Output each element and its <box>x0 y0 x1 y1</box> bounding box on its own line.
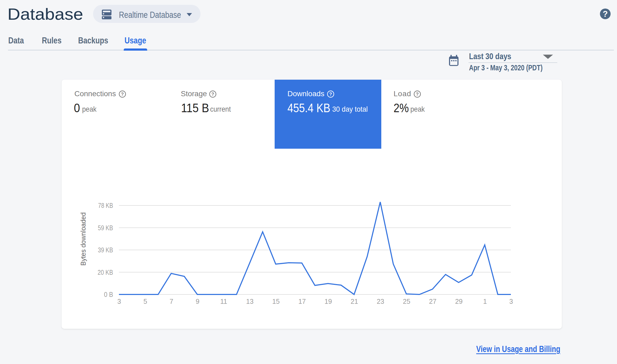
svg-text:27: 27 <box>429 298 436 305</box>
svg-text:29: 29 <box>455 298 463 305</box>
svg-text:Bytes downloaded: Bytes downloaded <box>79 212 87 266</box>
svg-text:7: 7 <box>170 298 173 305</box>
svg-text:0 B: 0 B <box>104 291 113 298</box>
svg-text:9: 9 <box>196 298 199 305</box>
svg-text:15: 15 <box>272 298 280 305</box>
svg-text:21: 21 <box>351 298 358 305</box>
svg-text:78 KB: 78 KB <box>98 202 113 209</box>
svg-text:1: 1 <box>483 298 487 305</box>
svg-text:25: 25 <box>403 298 410 305</box>
svg-text:17: 17 <box>298 298 306 305</box>
svg-text:19: 19 <box>324 298 332 305</box>
svg-text:3: 3 <box>117 298 121 305</box>
svg-text:3: 3 <box>509 298 513 305</box>
svg-text:5: 5 <box>143 298 147 305</box>
svg-text:11: 11 <box>220 298 227 305</box>
svg-text:39 KB: 39 KB <box>98 246 113 254</box>
svg-text:59 KB: 59 KB <box>98 224 113 232</box>
svg-text:13: 13 <box>246 298 254 305</box>
svg-text:20 KB: 20 KB <box>98 269 113 276</box>
svg-text:23: 23 <box>377 298 384 305</box>
